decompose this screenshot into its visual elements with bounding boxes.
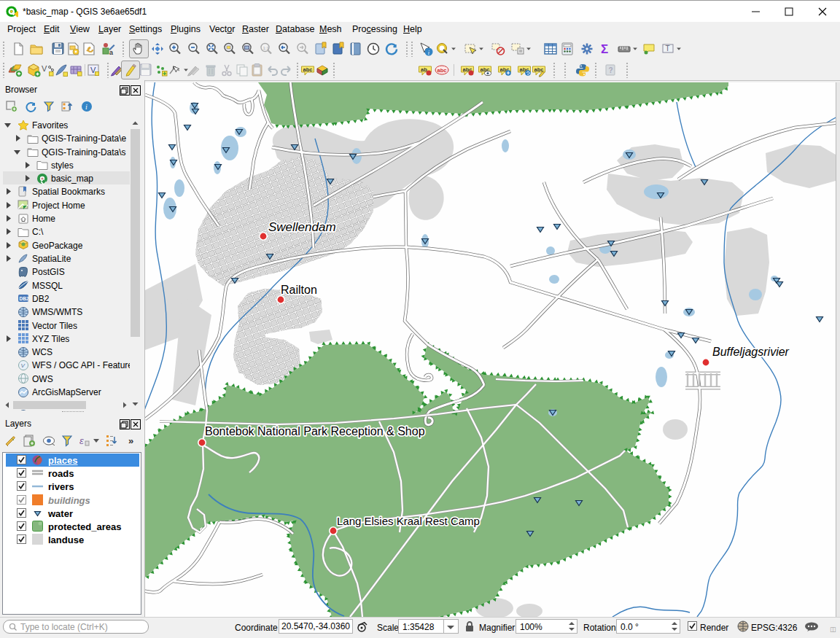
svg-text:T: T [666,44,670,52]
svg-text:DB2: DB2 [20,296,29,301]
svg-text:Lang Elsies Kraal Rest Camp: Lang Elsies Kraal Rest Camp [337,515,480,527]
svg-text:V: V [21,362,26,369]
svg-text:abc: abc [303,66,313,73]
svg-text:?: ? [609,66,613,74]
svg-text:abc: abc [438,67,447,74]
svg-text:i: i [85,103,88,111]
svg-text:i: i [428,50,429,56]
svg-text:V: V [42,64,47,73]
svg-text:Railton: Railton [281,284,317,296]
svg-text:1:1: 1:1 [263,46,270,50]
svg-text:Bontebok National Park Recepti: Bontebok National Park Reception & Shop [205,425,425,437]
svg-text:ε: ε [79,435,84,446]
svg-text:Σ: Σ [601,42,608,56]
svg-text:a: a [109,49,113,56]
svg-text:Buffeljagsrivier: Buffeljagsrivier [712,346,790,358]
svg-text:Swellendam: Swellendam [268,220,336,234]
